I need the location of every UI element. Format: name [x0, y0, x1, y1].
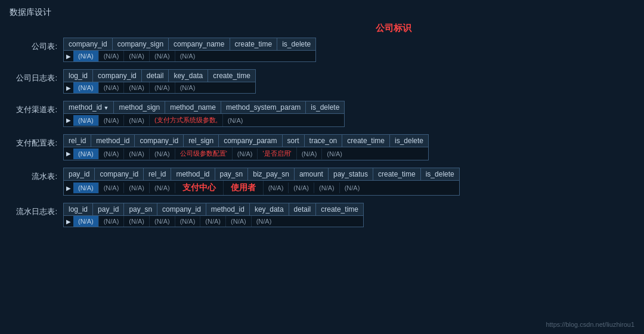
column-header: company_id	[95, 168, 144, 180]
db-table: method_idmethod_signmethod_namemethod_sy…	[63, 101, 345, 127]
table-cell: 支付中心	[175, 181, 224, 195]
db-table-wrapper: log_idcompany_iddetailkey_datacreate_tim…	[63, 69, 256, 94]
db-table-wrapper: log_idpay_idpay_sncompany_idmethod_idkey…	[63, 203, 364, 227]
table-section: 流水表:pay_idcompany_idrel_idmethod_idpay_s…	[10, 168, 634, 196]
section-label: 流水表:	[10, 168, 63, 182]
column-header: create_time	[208, 70, 255, 82]
column-header: create_time	[373, 168, 421, 180]
column-header: rel_sign	[184, 135, 219, 147]
db-table: pay_idcompany_idrel_idmethod_idpay_snbiz…	[63, 168, 460, 196]
row-arrow-icon: ▶	[64, 84, 73, 92]
table-cell: (N/A)	[264, 183, 289, 193]
table-cell: (支付方式系统级参数,	[150, 114, 223, 126]
row-arrow-icon: ▶	[64, 217, 73, 226]
table-cell: (N/A)	[322, 149, 347, 159]
table-section: 支付配置表:rel_idmethod_idcompany_idrel_signc…	[10, 134, 634, 160]
table-cell: (N/A)	[340, 183, 365, 193]
table-cell: (N/A)	[124, 216, 150, 227]
section-label: 支付配置表:	[10, 134, 63, 149]
row-arrow-icon: ▶	[64, 116, 73, 125]
table-cell: (N/A)	[175, 82, 200, 93]
table-cell: (N/A)	[73, 183, 99, 193]
table-cell: (N/A)	[124, 149, 150, 159]
column-header: company_id	[157, 203, 206, 215]
column-header: pay_sn	[215, 168, 249, 180]
column-header: detail	[142, 70, 169, 82]
section-label: 公司表:	[10, 38, 63, 52]
column-header: company_id	[135, 135, 184, 147]
table-cell: (N/A)	[73, 216, 99, 227]
table-cell: (N/A)	[99, 115, 125, 126]
column-header: pay_id	[93, 203, 124, 215]
user-label: 使用者	[231, 183, 256, 192]
table-cell: (N/A)	[124, 51, 150, 61]
column-header: method_name	[165, 101, 221, 113]
table-cell: (N/A)	[99, 183, 125, 193]
column-header: method_id	[206, 203, 250, 215]
table-cell: (N/A)	[314, 183, 340, 193]
row-arrow-icon: ▶	[64, 149, 73, 158]
table-cell: (N/A)	[297, 149, 323, 159]
table-row: ▶(N/A)(N/A)(N/A)(N/A)(N/A)	[64, 82, 255, 93]
table-cell: (N/A)	[150, 216, 175, 227]
table-row: ▶(N/A)(N/A)(N/A)(N/A)(N/A)(N/A)(N/A)(N/A…	[64, 216, 363, 227]
column-header: method_system_param	[221, 101, 306, 113]
section-label: 支付渠道表:	[10, 101, 63, 115]
column-header: rel_id	[64, 135, 91, 147]
db-table: log_idpay_idpay_sncompany_idmethod_idkey…	[63, 203, 364, 227]
column-header: method_id	[91, 135, 135, 147]
table-header-row: log_idcompany_iddetailkey_datacreate_tim…	[64, 70, 255, 82]
db-table-wrapper: company_idcompany_signcompany_namecreate…	[63, 38, 316, 62]
table-cell: (N/A)	[175, 51, 200, 61]
db-table: company_idcompany_signcompany_namecreate…	[63, 38, 316, 62]
table-header-row: rel_idmethod_idcompany_idrel_signcompany…	[64, 135, 428, 147]
column-header: create_time	[316, 203, 363, 215]
table-cell: (N/A)	[73, 115, 99, 126]
column-header: sort	[283, 135, 305, 147]
table-section: 公司日志表:log_idcompany_iddetailkey_datacrea…	[10, 69, 634, 94]
table-header-row: method_idmethod_signmethod_namemethod_sy…	[64, 101, 344, 114]
table-cell: (N/A)	[73, 149, 99, 159]
column-header: company_name	[169, 38, 230, 50]
table-header-row: pay_idcompany_idrel_idmethod_idpay_snbiz…	[64, 168, 459, 181]
column-header: biz_pay_sn	[248, 168, 295, 180]
page-title: 数据库设计	[10, 7, 634, 18]
table-cell: (N/A)	[124, 82, 150, 93]
column-header: is_delete	[390, 135, 428, 147]
table-cell: 公司级参数配置'	[175, 147, 233, 160]
table-cell: (N/A)	[252, 216, 277, 227]
column-header: detail	[289, 203, 317, 215]
column-header: trace_on	[305, 135, 343, 147]
column-header: company_id	[64, 38, 113, 50]
watermark: https://blog.csdn.net/liuzhirou1	[546, 321, 634, 328]
db-table: rel_idmethod_idcompany_idrel_signcompany…	[63, 134, 429, 160]
row-arrow-icon: ▶	[64, 184, 73, 193]
table-cell: (N/A)	[150, 51, 175, 61]
table-cell: (N/A)	[233, 149, 258, 159]
table-row: ▶(N/A)(N/A)(N/A)(N/A)公司级参数配置'(N/A)'是否启用'…	[64, 147, 428, 160]
column-header: log_id	[64, 70, 93, 82]
row-arrow-icon: ▶	[64, 52, 73, 61]
column-header: is_delete	[421, 168, 459, 180]
table-header-row: company_idcompany_signcompany_namecreate…	[64, 38, 315, 51]
table-cell: (N/A)	[200, 216, 226, 227]
column-header: pay_status	[329, 168, 373, 180]
table-section: 流水日志表:log_idpay_idpay_sncompany_idmethod…	[10, 203, 634, 227]
table-cell: (N/A)	[99, 51, 125, 61]
column-header: company_id	[93, 70, 142, 82]
section-label: 公司日志表:	[10, 69, 63, 84]
column-header: rel_id	[144, 168, 171, 180]
column-header: company_param	[219, 135, 282, 147]
db-table-wrapper: rel_idmethod_idcompany_idrel_signcompany…	[63, 134, 429, 160]
column-header: pay_id	[64, 168, 95, 180]
table-section: 支付渠道表:method_idmethod_signmethod_namemet…	[10, 101, 634, 127]
table-cell: (N/A)	[150, 82, 175, 93]
table-cell: (N/A)	[150, 149, 175, 159]
table-cell: (N/A)	[150, 183, 175, 193]
column-header: pay_sn	[124, 203, 157, 215]
table-cell: (N/A)	[124, 183, 150, 193]
company-sign-label: 公司标识	[153, 23, 634, 34]
table-cell: '是否启用'	[258, 147, 296, 160]
db-table: log_idcompany_iddetailkey_datacreate_tim…	[63, 69, 256, 94]
table-cell: (N/A)	[99, 149, 125, 159]
